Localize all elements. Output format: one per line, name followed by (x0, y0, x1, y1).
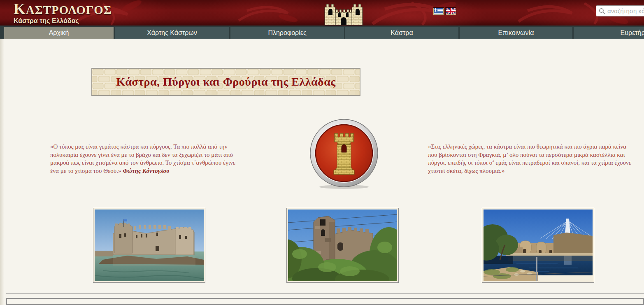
left-quote-author: Φώτης Κόντογλου (123, 168, 169, 174)
nav-tab-home[interactable]: Αρχική (4, 27, 114, 39)
page: ΚΑΣΤΡΟΛΟΓΟΣ Κάστρα της Ελλάδας (0, 0, 644, 305)
language-switcher (433, 8, 456, 15)
sea-fortress-illustration (95, 210, 204, 281)
site-header: ΚΑΣΤΡΟΛΟΓΟΣ Κάστρα της Ελλάδας (0, 0, 644, 26)
castle-logo-icon (321, 1, 366, 25)
nav-tab-information[interactable]: Πληροφορίες (230, 27, 344, 39)
search-input[interactable] (605, 7, 644, 14)
uk-flag-icon[interactable] (446, 8, 456, 15)
page-title: Κάστρα, Πύργοι και Φρούρια της Ελλάδας (92, 69, 360, 95)
castle-bridge-illustration (484, 210, 593, 281)
red-tower-emblem-icon (309, 119, 379, 189)
site-title: ΚΑΣΤΡΟΛΟΓΟΣ (14, 2, 112, 17)
right-quote-text: «Στις ελληνικές χώρες, τα κάστρα είναι π… (428, 143, 631, 174)
greek-flag-icon[interactable] (433, 8, 444, 15)
nav-tab-castles[interactable]: Κάστρα (345, 27, 458, 39)
footer-divider (6, 293, 644, 294)
search-icon (599, 8, 605, 14)
search-box (596, 5, 644, 16)
footer-bar (6, 298, 644, 305)
site-logo[interactable]: ΚΑΣΤΡΟΛΟΓΟΣ Κάστρα της Ελλάδας (14, 2, 112, 25)
nav-tab-indexes[interactable]: Ευρετήρια (574, 27, 644, 39)
left-quote: «Ο τόπος μας είναι γεμάτος κάστρα και πύ… (50, 143, 244, 175)
castle-bridge-photo[interactable] (482, 208, 594, 283)
left-edge-shade (0, 39, 4, 305)
right-quote: «Στις ελληνικές χώρες, τα κάστρα είναι π… (428, 143, 631, 175)
ruined-tower-photo[interactable] (286, 208, 399, 283)
sea-fortress-photo[interactable] (93, 208, 205, 283)
site-subtitle: Κάστρα της Ελλάδας (14, 17, 112, 25)
nav-tab-contact[interactable]: Επικοινωνία (460, 27, 572, 39)
ruined-tower-illustration (288, 210, 397, 281)
nav-tab-castle-map[interactable]: Χάρτης Κάστρων (115, 27, 229, 39)
main-navigation: Αρχική Χάρτης Κάστρων Πληροφορίες Κάστρα… (0, 26, 644, 39)
page-title-banner: Κάστρα, Πύργοι και Φρούρια της Ελλάδας (91, 68, 360, 96)
